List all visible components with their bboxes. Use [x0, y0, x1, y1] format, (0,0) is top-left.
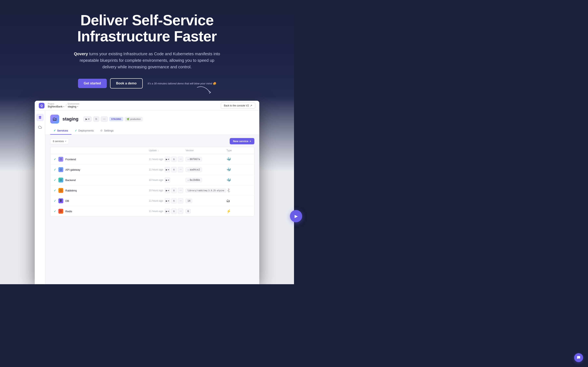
plus-icon: + — [250, 140, 251, 143]
status-icon: ✓ — [54, 178, 56, 182]
content-area: 🗂 staging ▶ ▾ ⎘ ⋯ STAGING 🌿 production — [45, 110, 259, 284]
time-actions: ▶ ▾ ⎘ ⋯ — [165, 209, 183, 214]
layers-icon — [38, 116, 42, 119]
service-name-cell: ✓ ⬡ Rabbitmq — [54, 188, 149, 193]
table-header: Update ↓ Version Type — [51, 147, 254, 154]
type-icon: 🐳 — [226, 157, 231, 161]
copy-action-button[interactable]: ⎘ — [171, 209, 177, 214]
service-time: 10 hours ago — [149, 179, 163, 182]
env-title-row: 🗂 staging ▶ ▾ ⎘ ⋯ STAGING 🌿 production — [50, 115, 254, 124]
tabs: ✓ Services ✓ Deployments ⚙ Settings — [50, 127, 254, 134]
status-icon: ✓ — [54, 189, 56, 192]
col-type-header: Type — [226, 149, 251, 152]
demo-note: It's a 30-minutes tailored demo that wil… — [148, 82, 216, 85]
service-name[interactable]: API gateway — [65, 168, 80, 171]
service-name[interactable]: Frontend — [65, 158, 76, 161]
sidebar-item-layers[interactable] — [36, 114, 44, 121]
version-badge: 6 — [186, 209, 191, 213]
version-badge: ⬦ 00f867a — [186, 157, 202, 161]
services-check-icon: ✓ — [53, 129, 56, 132]
type-col: 🐳 — [226, 167, 251, 172]
play-action-button[interactable]: ▶ ▾ — [165, 167, 170, 172]
service-type-icon: ⬡ — [58, 167, 63, 172]
more-action-button[interactable]: ⋯ — [178, 157, 183, 162]
more-action-button[interactable]: ⋯ — [178, 167, 183, 172]
main-layout: 🗂 staging ▶ ▾ ⎘ ⋯ STAGING 🌿 production — [35, 110, 259, 284]
service-name[interactable]: Redis — [65, 210, 72, 213]
project-chevron-icon: ▾ — [63, 105, 64, 108]
sidebar-item-cloud[interactable] — [36, 124, 44, 131]
type-icon: 🐳 — [226, 178, 231, 182]
service-name[interactable]: Rabbitmq — [65, 189, 77, 192]
copy-action-button[interactable]: ⎘ — [171, 157, 177, 162]
more-action-button[interactable]: ⋯ — [178, 209, 183, 214]
breadcrumb: Project BigNeoBank ▾ / Environment stagi… — [48, 103, 79, 108]
table-row: ✓ ⬡ API gateway 11 hours ago ▶ ▾ ⎘ ⋯ — [51, 165, 254, 175]
env-header: 🗂 staging ▶ ▾ ⎘ ⋯ STAGING 🌿 production — [45, 110, 259, 135]
version-badge: 14 — [186, 199, 192, 203]
copy-button[interactable]: ⎘ — [93, 117, 99, 122]
play-action-button[interactable]: ▶ ▾ — [165, 177, 170, 183]
table-row: ✓ ⬡ Rabbitmq 10 hours ago ▶ ▾ ⎘ ⋯ — [51, 185, 254, 196]
service-name[interactable]: DB — [65, 200, 69, 202]
play-button[interactable]: ▶ ▾ — [83, 117, 91, 122]
service-type-icon: ⬡ — [58, 188, 63, 193]
version-col: ⬦ 00f867a — [186, 157, 226, 161]
table-row: ✓ ⬡ Backend 10 hours ago ▶ ▾ — [51, 175, 254, 185]
project-name[interactable]: BigNeoBank ▾ — [48, 105, 64, 108]
count-chevron-icon: ▾ — [65, 140, 66, 142]
play-action-button[interactable]: ▶ ▾ — [165, 209, 170, 214]
table-row: ✓ ⬡ Frontend 11 hours ago ▶ ▾ ⎘ ⋯ — [51, 154, 254, 165]
book-demo-button[interactable]: Book a demo — [110, 78, 143, 89]
environment-name[interactable]: staging ▾ — [68, 105, 79, 108]
version-badge: ⬦ 8e2b0bb — [186, 178, 202, 182]
hero-subtitle: Qovery turns your existing Infrastructur… — [73, 50, 221, 70]
copy-action-button[interactable]: ⎘ — [171, 198, 177, 203]
play-action-button[interactable]: ▶ ▾ — [165, 198, 170, 203]
type-col: 🐳 — [226, 157, 251, 161]
type-col: 🗂 — [226, 199, 251, 203]
time-actions: ▶ ▾ ⎘ ⋯ — [165, 167, 183, 172]
git-hash-icon: ⬦ — [187, 179, 189, 182]
environment-label: Environment — [68, 103, 79, 105]
service-type-icon: 🗄 — [58, 198, 63, 203]
tab-services[interactable]: ✓ Services — [50, 127, 71, 134]
more-action-button[interactable]: ⋯ — [178, 188, 183, 193]
service-time: 10 hours ago — [149, 189, 163, 192]
env-actions: ▶ ▾ ⎘ ⋯ STAGING 🌿 production — [83, 117, 143, 122]
status-icon: ✓ — [54, 168, 56, 171]
copy-action-button[interactable]: ⎘ — [171, 188, 177, 193]
col-name-header — [54, 149, 149, 152]
version-col: library/rabbitmq:3.9.25-alpine — [186, 189, 226, 192]
play-action-button[interactable]: ▶ ▾ — [165, 188, 170, 193]
services-count-dropdown[interactable]: 6 services ▾ — [50, 138, 69, 144]
type-icon: ⚡ — [226, 209, 231, 213]
type-icon: 🗂 — [226, 199, 230, 203]
cloud-icon — [38, 125, 42, 129]
more-action-button[interactable]: ⋯ — [178, 198, 183, 203]
service-time: 11 hours ago — [149, 210, 163, 213]
services-content: 6 services ▾ New service + — [45, 135, 259, 220]
service-time: 11 hours ago — [149, 158, 163, 161]
service-name-cell: ✓ ⬡ API gateway — [54, 167, 149, 172]
new-service-button[interactable]: New service + — [230, 138, 254, 144]
tab-settings[interactable]: ⚙ Settings — [97, 127, 117, 134]
arrow-icon — [196, 86, 212, 95]
play-action-button[interactable]: ▶ ▾ — [165, 157, 170, 162]
update-col: 10 hours ago ▶ ▾ ⎘ ⋯ — [149, 188, 186, 193]
service-name-cell: ✓ ⬡ Redis — [54, 209, 149, 214]
cta-row: Get started Book a demo It's a 30-minute… — [4, 78, 290, 89]
tab-deployments[interactable]: ✓ Deployments — [71, 127, 97, 134]
environment-chevron-icon: ▾ — [77, 105, 78, 108]
service-name[interactable]: Backend — [65, 179, 76, 182]
back-to-console-button[interactable]: Back to the console V2 ↗ — [221, 103, 255, 109]
type-icon: 🐳 — [226, 167, 231, 172]
more-button[interactable]: ⋯ — [101, 117, 108, 122]
type-col: 🐇 — [226, 188, 251, 193]
get-started-button[interactable]: Get started — [78, 79, 107, 88]
table-row: ✓ ⬡ Redis 11 hours ago ▶ ▾ ⎘ ⋯ — [51, 206, 254, 216]
staging-badge: STAGING — [109, 117, 123, 121]
version-col: 14 — [186, 199, 226, 203]
copy-action-button[interactable]: ⎘ — [171, 167, 177, 172]
col-update-header[interactable]: Update ↓ — [149, 149, 186, 152]
